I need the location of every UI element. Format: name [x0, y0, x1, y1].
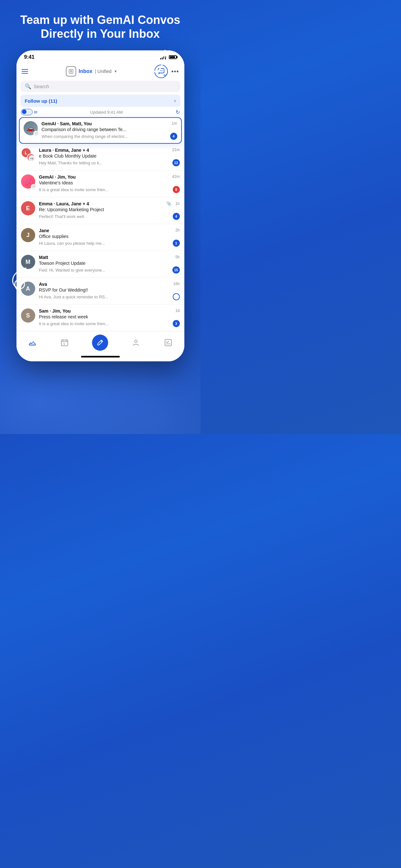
- follow-up-banner[interactable]: Follow up (11) ›: [20, 95, 181, 107]
- email-subject: Towson Project Update: [39, 260, 180, 266]
- status-badge: [173, 293, 180, 300]
- tab-contacts[interactable]: [131, 338, 141, 347]
- email-time: 1m: [172, 121, 177, 126]
- email-preview: It is a great idea to invite some frien.…: [39, 321, 173, 326]
- email-content: GemAI · Jim, You 42m Valentine's Ideas I…: [39, 175, 180, 193]
- email-preview: Perfect! That'll work well.: [39, 214, 173, 219]
- updated-text: Updated 9:41 AM: [90, 110, 122, 115]
- email-subject: Re: Upcoming Marketing Project: [39, 207, 180, 212]
- table-row[interactable]: 🚗 🤍 GemAI · Sam, Matt, You 1m Comparison…: [19, 117, 182, 144]
- svg-point-4: [135, 340, 137, 343]
- email-subject: Comparison of driving range between Te..…: [42, 127, 177, 132]
- arrow-annotation: [136, 47, 175, 81]
- inbox-selector[interactable]: Inbox | Unified ▾: [66, 66, 117, 76]
- search-bar[interactable]: 🔍 Search: [20, 81, 181, 92]
- status-badge: 8: [173, 186, 180, 193]
- email-sender: GemAI · Sam, Matt, You: [42, 121, 169, 126]
- email-subject: RSVP for Our Wedding!!: [39, 287, 180, 292]
- email-subject: e Book Club Monthly Update: [39, 153, 180, 159]
- status-badge: 12: [173, 159, 180, 166]
- follow-up-chevron-icon: ›: [174, 98, 176, 104]
- email-preview: Hey Matt, Thanks for letting us k...: [39, 160, 173, 165]
- email-sender: GemAI · Jim, You: [39, 175, 170, 180]
- inbox-subtitle: | Unified: [95, 69, 112, 74]
- status-badge: 15: [173, 267, 180, 274]
- email-time: 2h: [175, 228, 180, 232]
- home-indicator: [17, 353, 184, 361]
- email-subject: Press release next week: [39, 314, 180, 319]
- email-sender: Jane: [39, 228, 173, 233]
- chevron-down-icon: ▾: [115, 69, 117, 73]
- follow-up-text: Follow up (11): [25, 98, 58, 104]
- email-preview: Hi Laura, can you please help me...: [39, 241, 173, 246]
- tab-bar: 1: [17, 331, 184, 353]
- email-subject: Office supplies: [39, 234, 180, 239]
- tab-inbox[interactable]: [28, 338, 37, 347]
- email-content: Matt 5h Towson Project Update Fwd: Hi, W…: [39, 255, 180, 274]
- tab-checklist[interactable]: [164, 338, 173, 347]
- table-row[interactable]: 💕 🤍 GemAI · Jim, You 42m Valentine's Ide…: [17, 170, 184, 197]
- email-preview: When comparing the driving range of elec…: [42, 134, 170, 139]
- email-preview: It is a great idea to invite some frien.…: [39, 187, 173, 192]
- table-row[interactable]: M Matt 5h Towson Project Update Fwd: Hi,…: [17, 251, 184, 278]
- email-content: Laura · Emma, Jane + 4 21m e Book Club M…: [39, 148, 180, 166]
- headline: Team up with GemAI Convos Directly in Yo…: [7, 0, 193, 47]
- email-content: Jane 2h Office supplies Hi Laura, can yo…: [39, 228, 180, 247]
- email-content: Sam · Jim, You 1d Press release next wee…: [39, 308, 180, 327]
- email-icon: ✉: [34, 110, 37, 115]
- compose-button[interactable]: [92, 335, 108, 351]
- attachment-icon: 📎: [166, 201, 172, 206]
- table-row[interactable]: S Sam · Jim, You 1d Press release next w…: [17, 305, 184, 331]
- avatar: S: [21, 308, 35, 322]
- inbox-title: Inbox: [79, 68, 93, 74]
- phone-wrapper: 9:41: [17, 51, 184, 361]
- email-preview: Hi Ava, Just a quick reminder to RS...: [39, 294, 173, 299]
- avatar: 💕 🤍: [21, 175, 35, 189]
- table-row[interactable]: J Jane 2h Office supplies Hi Laura, can …: [17, 224, 184, 251]
- headline-container: Team up with GemAI Convos Directly in Yo…: [7, 0, 193, 47]
- table-row[interactable]: L E +4 Laura · Emma, Jane + 4 21m e Book…: [17, 144, 184, 170]
- email-sender: Emma · Laura, Jane + 4: [39, 201, 166, 206]
- inbox-logo-icon: [66, 66, 76, 76]
- avatar: J: [21, 228, 35, 242]
- phone-frame: 9:41: [17, 51, 184, 361]
- avatar: 🚗 🤍: [24, 121, 38, 135]
- email-sender: Ava: [39, 282, 171, 287]
- status-time: 9:41: [24, 54, 35, 60]
- status-badge: 3: [173, 320, 180, 327]
- email-sender: Matt: [39, 255, 173, 260]
- status-badge: 4: [173, 213, 180, 220]
- updated-row: ✉ Updated 9:41 AM ↻: [17, 107, 184, 117]
- search-icon: 🔍: [25, 83, 31, 89]
- avatar: M: [21, 255, 35, 269]
- tab-compose[interactable]: [92, 335, 108, 351]
- email-time: 16h: [173, 282, 180, 286]
- email-content: GemAI · Sam, Matt, You 1m Comparison of …: [42, 121, 177, 140]
- email-time: 5h: [175, 255, 180, 259]
- svg-rect-5: [165, 339, 172, 346]
- tab-calendar[interactable]: 1: [60, 338, 69, 347]
- refresh-icon[interactable]: ↻: [176, 109, 180, 115]
- avatar: A: [21, 282, 35, 296]
- email-subject: Valentine's Ideas: [39, 180, 180, 185]
- toggle-pill[interactable]: [21, 109, 33, 115]
- table-row[interactable]: E Emma · Laura, Jane + 4 📎 1h Re: Upcomi…: [17, 197, 184, 224]
- email-time: 21m: [172, 148, 180, 152]
- email-sender: Laura · Emma, Jane + 4: [39, 148, 170, 153]
- hamburger-button[interactable]: [22, 69, 28, 73]
- email-time: 1h: [175, 202, 180, 206]
- email-preview: Fwd: Hi, Wanted to give everyone...: [39, 268, 173, 273]
- avatar: E: [21, 201, 35, 215]
- search-input[interactable]: Search: [34, 84, 50, 89]
- email-time: 1d: [175, 308, 180, 313]
- avatar: L E +4: [21, 148, 35, 162]
- email-sender: Sam · Jim, You: [39, 308, 173, 314]
- table-row[interactable]: A Ava 16h RSVP for Our Wedding!! Hi Ava,…: [17, 278, 184, 305]
- svg-text:1: 1: [63, 342, 65, 345]
- status-badge: 4: [170, 133, 177, 140]
- email-content: Emma · Laura, Jane + 4 📎 1h Re: Upcoming…: [39, 201, 180, 220]
- email-toggle[interactable]: ✉: [21, 109, 37, 115]
- status-badge: 1: [173, 240, 180, 247]
- email-list: 🚗 🤍 GemAI · Sam, Matt, You 1m Comparison…: [17, 117, 184, 331]
- email-time: 42m: [172, 175, 180, 179]
